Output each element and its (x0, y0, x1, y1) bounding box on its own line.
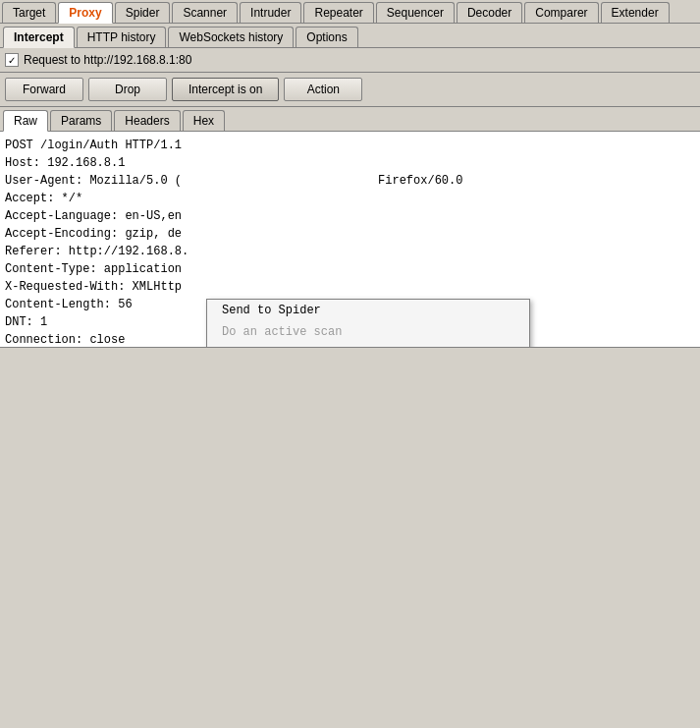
menu-tab-intruder[interactable]: Intruder (240, 2, 301, 23)
request-line-3: User-Agent: Mozilla/5.0 (Firefox/60.0 (5, 172, 695, 190)
menu-tab-sequencer[interactable]: Sequencer (376, 2, 455, 23)
menu-tab-target[interactable]: Target (2, 2, 56, 23)
request-bar: ✓ Request to http://192.168.8.1:80 (0, 48, 700, 73)
request-line-8: Content-Type: application (5, 260, 695, 278)
menu-tab-decoder[interactable]: Decoder (457, 2, 522, 23)
request-line-9: X-Requested-With: XMLHttp (5, 278, 695, 296)
context-menu-overlay: Send to Spider Do an active scan Send to… (206, 299, 530, 348)
request-line-5: Accept-Language: en-US,en (5, 207, 695, 225)
sub-tab-bar: Intercept HTTP history WebSockets histor… (0, 24, 700, 48)
sub-tab-websockets-history[interactable]: WebSockets history (168, 27, 294, 47)
request-line-6: Accept-Encoding: gzip, de (5, 225, 695, 243)
menu-tab-extender[interactable]: Extender (601, 2, 670, 23)
request-url: Request to http://192.168.8.1:80 (24, 53, 191, 67)
button-row: Forward Drop Intercept is on Action (0, 73, 700, 107)
content-tab-bar: Raw Params Headers Hex (0, 107, 700, 132)
sub-tab-options[interactable]: Options (296, 27, 357, 47)
content-tab-hex[interactable]: Hex (183, 110, 225, 131)
content-tab-headers[interactable]: Headers (114, 110, 180, 131)
drop-button[interactable]: Drop (88, 78, 167, 101)
intercept-checkbox[interactable]: ✓ (5, 53, 19, 67)
request-line-1: POST /login/Auth HTTP/1.1 (5, 137, 695, 154)
menu-tab-repeater[interactable]: Repeater (303, 2, 373, 23)
forward-button[interactable]: Forward (5, 78, 83, 101)
menu-tab-proxy[interactable]: Proxy (58, 2, 112, 24)
sub-tab-http-history[interactable]: HTTP history (77, 27, 167, 47)
intercept-button[interactable]: Intercept is on (172, 78, 279, 101)
request-line-4: Accept: */* (5, 190, 695, 207)
ctx-send-to-spider[interactable]: Send to Spider (207, 300, 529, 321)
request-line-2: Host: 192.168.8.1 (5, 154, 695, 172)
context-menu: Send to Spider Do an active scan Send to… (206, 299, 530, 348)
action-button[interactable]: Action (284, 78, 362, 101)
bottom-area (0, 348, 700, 476)
content-tab-raw[interactable]: Raw (3, 110, 48, 132)
sub-tab-intercept[interactable]: Intercept (3, 27, 75, 48)
request-content-area[interactable]: POST /login/Auth HTTP/1.1 Host: 192.168.… (0, 132, 700, 348)
menu-tab-scanner[interactable]: Scanner (172, 2, 238, 23)
request-line-7: Referer: http://192.168.8. (5, 243, 695, 260)
content-tab-params[interactable]: Params (50, 110, 112, 131)
menu-bar: Target Proxy Spider Scanner Intruder Rep… (0, 0, 700, 24)
menu-tab-comparer[interactable]: Comparer (524, 2, 598, 23)
ctx-active-scan: Do an active scan (207, 321, 529, 343)
menu-tab-spider[interactable]: Spider (115, 2, 171, 23)
